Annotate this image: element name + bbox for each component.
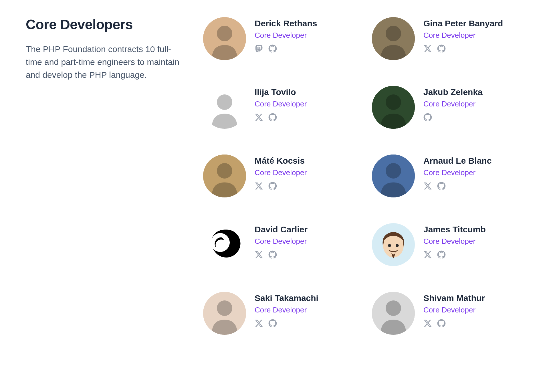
social-links bbox=[255, 250, 308, 259]
developer-card: Ilija Tovilo Core Developer bbox=[203, 86, 360, 129]
developer-name: Derick Rethans bbox=[255, 18, 317, 29]
developer-name: Arnaud Le Blanc bbox=[423, 156, 491, 166]
github-icon[interactable] bbox=[437, 250, 446, 259]
developer-name: Ilija Tovilo bbox=[255, 87, 307, 97]
avatar bbox=[372, 86, 415, 129]
developer-role[interactable]: Core Developer bbox=[255, 306, 318, 314]
github-icon[interactable] bbox=[268, 250, 277, 259]
developer-name: Máté Kocsis bbox=[255, 156, 307, 166]
x-icon[interactable] bbox=[255, 319, 263, 328]
developer-card: Arnaud Le Blanc Core Developer bbox=[372, 155, 529, 197]
social-links bbox=[255, 182, 307, 190]
github-icon[interactable] bbox=[268, 182, 277, 190]
developer-role[interactable]: Core Developer bbox=[255, 168, 307, 177]
developer-role[interactable]: Core Developer bbox=[423, 31, 503, 40]
developer-role[interactable]: Core Developer bbox=[423, 168, 491, 177]
x-icon[interactable] bbox=[423, 319, 432, 328]
page-description: The PHP Foundation contracts 10 full-tim… bbox=[26, 43, 186, 81]
developer-role[interactable]: Core Developer bbox=[423, 100, 483, 108]
github-icon[interactable] bbox=[268, 44, 277, 53]
github-icon[interactable] bbox=[268, 113, 277, 122]
github-icon[interactable] bbox=[268, 319, 277, 328]
developer-card: James Titcumb Core Developer bbox=[372, 223, 529, 266]
page-title: Core Developers bbox=[26, 17, 186, 32]
developer-card: Máté Kocsis Core Developer bbox=[203, 155, 360, 197]
github-icon[interactable] bbox=[437, 182, 446, 190]
social-links bbox=[423, 250, 486, 259]
github-icon[interactable] bbox=[437, 44, 446, 53]
developers-grid: Derick Rethans Core Developer Gina Peter… bbox=[203, 17, 529, 335]
avatar bbox=[203, 17, 246, 60]
social-links bbox=[423, 113, 483, 122]
avatar bbox=[372, 223, 415, 266]
developer-role[interactable]: Core Developer bbox=[255, 100, 307, 108]
social-links bbox=[255, 113, 307, 122]
avatar bbox=[203, 223, 246, 266]
mastodon-icon[interactable] bbox=[255, 44, 263, 53]
social-links bbox=[255, 319, 318, 328]
social-links bbox=[423, 319, 485, 328]
developer-name: David Carlier bbox=[255, 224, 308, 235]
developer-card: David Carlier Core Developer bbox=[203, 223, 360, 266]
developer-name: James Titcumb bbox=[423, 224, 486, 235]
developer-card: Shivam Mathur Core Developer bbox=[372, 292, 529, 335]
avatar bbox=[372, 292, 415, 335]
developer-name: Gina Peter Banyard bbox=[423, 18, 503, 29]
x-icon[interactable] bbox=[423, 44, 432, 53]
github-icon[interactable] bbox=[437, 319, 446, 328]
developer-role[interactable]: Core Developer bbox=[255, 31, 317, 40]
developer-name: Shivam Mathur bbox=[423, 293, 485, 303]
developer-role[interactable]: Core Developer bbox=[255, 237, 308, 246]
social-links bbox=[255, 44, 317, 53]
developer-card: Derick Rethans Core Developer bbox=[203, 17, 360, 60]
x-icon[interactable] bbox=[255, 182, 263, 190]
developer-card: Saki Takamachi Core Developer bbox=[203, 292, 360, 335]
x-icon[interactable] bbox=[255, 113, 263, 122]
avatar bbox=[203, 155, 246, 197]
social-links bbox=[423, 44, 503, 53]
developer-role[interactable]: Core Developer bbox=[423, 306, 485, 314]
x-icon[interactable] bbox=[255, 250, 263, 259]
x-icon[interactable] bbox=[423, 250, 432, 259]
avatar bbox=[372, 155, 415, 197]
avatar bbox=[203, 292, 246, 335]
developer-card: Jakub Zelenka Core Developer bbox=[372, 86, 529, 129]
developer-name: Jakub Zelenka bbox=[423, 87, 483, 97]
developer-card: Gina Peter Banyard Core Developer bbox=[372, 17, 529, 60]
avatar bbox=[372, 17, 415, 60]
developer-role[interactable]: Core Developer bbox=[423, 237, 486, 246]
avatar bbox=[203, 86, 246, 129]
developer-name: Saki Takamachi bbox=[255, 293, 318, 303]
social-links bbox=[423, 182, 491, 190]
x-icon[interactable] bbox=[423, 182, 432, 190]
github-icon[interactable] bbox=[423, 113, 432, 122]
